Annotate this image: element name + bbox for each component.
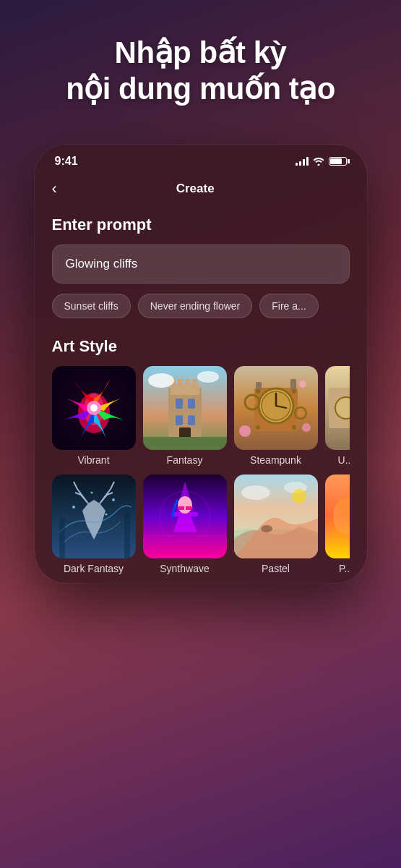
art-item-fantasy[interactable]: Fantasy <box>143 366 227 466</box>
svg-rect-31 <box>290 379 296 391</box>
svg-rect-51 <box>186 506 191 510</box>
nav-title: Create <box>63 182 328 196</box>
svg-point-59 <box>261 525 272 532</box>
art-label-fantasy: Fantasy <box>143 454 227 466</box>
art-thumb-synthwave <box>143 475 227 558</box>
art-thumb-pastel <box>234 475 318 558</box>
hero-heading: Nhập bất kỳ nội dung muốn tạo <box>0 0 401 129</box>
art-thumb-partial2 <box>325 475 350 558</box>
status-time: 9:41 <box>55 155 78 168</box>
art-thumb-partial1 <box>325 366 350 450</box>
svg-rect-50 <box>178 506 184 510</box>
svg-rect-13 <box>188 399 195 409</box>
art-item-dark-fantasy[interactable]: Dark Fantasy <box>52 475 136 574</box>
wifi-icon <box>313 157 324 166</box>
svg-rect-10 <box>185 379 190 386</box>
svg-rect-16 <box>179 427 191 438</box>
art-thumb-dark-fantasy <box>52 475 136 558</box>
svg-point-41 <box>335 397 350 419</box>
battery-icon <box>329 157 347 166</box>
art-item-steampunk[interactable]: Steampunk <box>234 366 318 466</box>
hero-line1: Nhập bất kỳ <box>115 35 287 69</box>
svg-point-18 <box>148 373 174 388</box>
svg-point-19 <box>197 371 219 383</box>
art-label-partial1: U... <box>325 454 350 466</box>
svg-point-34 <box>256 425 260 430</box>
svg-point-45 <box>90 492 92 494</box>
art-thumb-vibrant <box>52 366 136 450</box>
art-label-pastel: Pastel <box>234 563 318 574</box>
svg-point-44 <box>112 498 115 501</box>
status-icons <box>296 157 347 166</box>
svg-point-29 <box>298 410 303 416</box>
content-area: Enter prompt Glowing cliffs Sunset cliff… <box>35 210 367 574</box>
art-item-vibrant[interactable]: Vibrant <box>52 366 136 466</box>
chip-sunset-cliffs[interactable]: Sunset cliffs <box>52 294 131 318</box>
svg-rect-15 <box>188 415 195 425</box>
svg-point-62 <box>292 489 306 503</box>
svg-point-32 <box>256 389 260 393</box>
svg-point-46 <box>105 514 107 516</box>
prompt-input[interactable]: Glowing cliffs <box>52 244 350 284</box>
art-style-row-2: Dark Fantasy <box>52 475 350 574</box>
back-button[interactable]: ‹ <box>46 176 63 201</box>
art-thumb-steampunk <box>234 366 318 450</box>
signal-icon <box>296 157 309 166</box>
art-label-vibrant: Vibrant <box>52 454 136 466</box>
svg-point-27 <box>249 399 256 406</box>
svg-point-4 <box>90 404 98 412</box>
svg-rect-9 <box>178 379 183 386</box>
svg-point-33 <box>292 389 296 393</box>
art-style-title: Art Style <box>52 337 350 356</box>
suggestion-chips: Sunset cliffs Never ending flower Fire a… <box>52 294 350 318</box>
art-item-partial-1[interactable]: U... <box>325 366 350 466</box>
svg-point-43 <box>72 506 75 509</box>
art-label-synthwave: Synthwave <box>143 563 227 574</box>
svg-rect-14 <box>176 415 183 425</box>
prompt-section-title: Enter prompt <box>52 216 350 234</box>
art-item-synthwave[interactable]: Synthwave <box>143 475 227 574</box>
phone-frame: 9:41 ‹ Create Ent <box>35 145 367 583</box>
art-item-partial-2[interactable]: P... <box>325 475 350 574</box>
status-bar: 9:41 <box>35 145 367 174</box>
art-item-pastel[interactable]: Pastel <box>234 475 318 574</box>
art-label-dark-fantasy: Dark Fantasy <box>52 563 136 574</box>
chip-never-ending-flower[interactable]: Never ending flower <box>138 294 253 318</box>
svg-rect-11 <box>192 379 197 386</box>
hero-line2: nội dung muốn tạo <box>66 72 335 106</box>
svg-point-38 <box>299 380 306 388</box>
nav-bar: ‹ Create <box>35 174 367 210</box>
svg-rect-17 <box>143 437 227 450</box>
art-label-partial2: P... <box>325 563 350 574</box>
svg-point-37 <box>302 423 311 432</box>
svg-point-35 <box>292 425 296 430</box>
svg-rect-12 <box>176 399 183 409</box>
art-label-steampunk: Steampunk <box>234 454 318 466</box>
art-thumb-fantasy <box>143 366 227 450</box>
art-style-row-1: Vibrant <box>52 366 350 466</box>
svg-point-60 <box>241 485 270 500</box>
svg-point-36 <box>239 425 251 437</box>
prompt-value: Glowing cliffs <box>66 257 138 271</box>
svg-point-49 <box>178 496 192 514</box>
chip-fire[interactable]: Fire a... <box>259 294 318 318</box>
